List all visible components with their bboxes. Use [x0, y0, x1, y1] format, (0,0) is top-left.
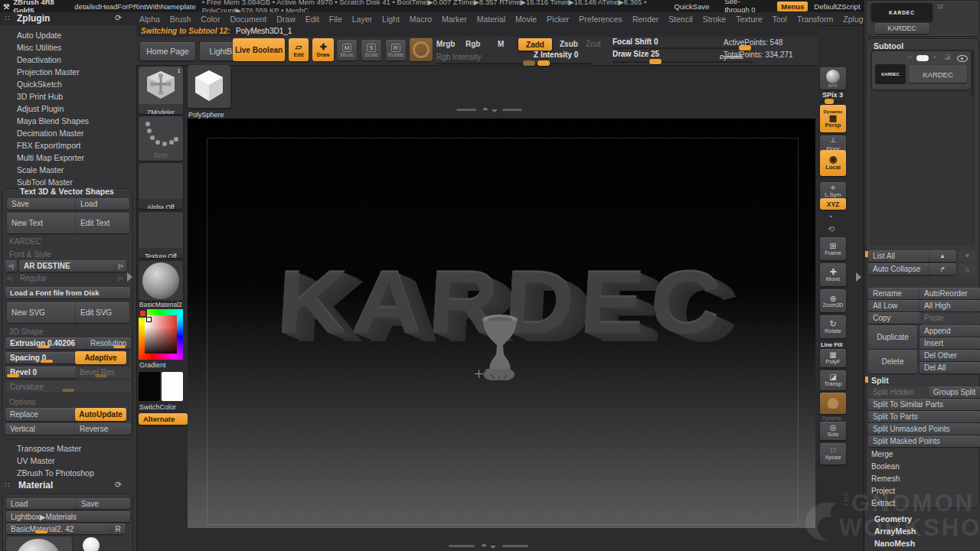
z-intensity-handle[interactable]	[537, 60, 550, 66]
extrusion-slider[interactable]: Extrusion 0.40206	[5, 337, 88, 349]
del-other-button[interactable]: Del Other	[920, 350, 980, 361]
menu-macro[interactable]: Macro	[410, 15, 432, 24]
default-zscript-button[interactable]: DefaultZScript	[814, 2, 860, 11]
menu-layer[interactable]: Layer	[352, 15, 372, 24]
left-tray-arrow[interactable]	[127, 272, 132, 282]
split-masked-button[interactable]: Split Masked Points	[868, 435, 980, 447]
section-extract[interactable]: Extract	[871, 499, 895, 507]
rgb-intensity-track[interactable]	[436, 63, 593, 64]
spix-handle[interactable]	[825, 99, 834, 104]
edit-svg-button[interactable]: Edit SVG	[76, 302, 129, 323]
menus-button[interactable]: Menus	[777, 2, 808, 11]
list-all-button[interactable]: List All	[868, 250, 931, 262]
focal-shift-track[interactable]	[612, 47, 754, 49]
subtool-mask-icon[interactable]: ◪	[944, 53, 951, 60]
menu-preferences[interactable]: Preferences	[579, 15, 622, 24]
menu-marker[interactable]: Marker	[442, 15, 467, 24]
menu-stroke[interactable]: Stroke	[703, 15, 726, 24]
collapse-arrow-button[interactable]: ↱	[929, 263, 956, 275]
sym-cycle-icon[interactable]: ⟲	[828, 224, 835, 234]
plugin-item-zbrush-to-photoshop[interactable]: ZBrush To Photoshop	[0, 467, 136, 479]
material-r-button[interactable]: R	[110, 523, 126, 534]
all-low-button[interactable]: All Low	[868, 300, 922, 311]
plugin-item-uv-master[interactable]: UV Master	[0, 455, 136, 467]
reverse-button[interactable]: Reverse	[75, 423, 131, 435]
menu-render[interactable]: Render	[632, 15, 658, 24]
zadd-button[interactable]: Zadd	[518, 37, 553, 51]
menu-file[interactable]: File	[329, 15, 342, 24]
lightbox-materials-button[interactable]: Lightbox▶Materials	[6, 511, 130, 522]
plugin-item-fbx-exportimport[interactable]: FBX ExportImport	[0, 139, 136, 152]
plugin-item-adjust-plugin[interactable]: Adjust Plugin	[0, 103, 136, 115]
subtool-halftone-icon[interactable]: ◐	[933, 53, 937, 60]
menu-brush[interactable]: Brush	[170, 15, 191, 24]
edit-button[interactable]: ▱Edit	[289, 38, 309, 61]
home-page-button[interactable]: Home Page	[140, 42, 195, 60]
texture-off-tile[interactable]: Texture Off	[139, 212, 183, 258]
bpr-render-button[interactable]: BPR	[820, 67, 846, 90]
current-tool-thumbnail[interactable]: KARDEC	[871, 3, 933, 21]
plugin-item-3d-print-hub[interactable]: 3D Print Hub	[0, 90, 136, 103]
subtool-item-name[interactable]: KARDEC	[909, 66, 967, 83]
resolution-slider[interactable]: Resolution	[86, 337, 131, 349]
section-boolean[interactable]: Boolean	[871, 462, 900, 471]
zmodeler-brush-tile[interactable]: 1 ZModeler	[139, 67, 183, 114]
menu-light[interactable]: Light	[382, 15, 400, 24]
zoom3d-button[interactable]: ⊕ Zoom3D	[820, 289, 846, 312]
style-prev-button[interactable]: <|	[7, 275, 12, 282]
color-picker[interactable]	[139, 309, 183, 360]
scale-button[interactable]: SScale	[361, 40, 381, 60]
draw-size-handle[interactable]	[649, 59, 662, 64]
section-nanomesh[interactable]: NanoMesh	[874, 539, 915, 548]
menu-tool[interactable]: Tool	[773, 15, 787, 24]
mrgb-button[interactable]: Mrgb	[436, 40, 455, 48]
focal-shift-label[interactable]: Focal Shift 0	[612, 37, 658, 46]
bevel-slider[interactable]: Bevel 0	[5, 367, 77, 378]
move3d-button[interactable]: ✚ Move	[820, 263, 846, 286]
menu-transform[interactable]: Transform	[797, 15, 833, 24]
section-project[interactable]: Project	[871, 487, 895, 495]
color-ring-button[interactable]	[410, 38, 433, 61]
ghost-button[interactable]	[820, 393, 846, 414]
section-geometry[interactable]: Geometry	[874, 514, 912, 523]
plugin-item-projection-master[interactable]: Projection Master	[0, 66, 136, 78]
transp-button[interactable]: ◪ Transp	[820, 370, 846, 390]
style-next-button[interactable]: |>	[118, 275, 123, 282]
plugin-item-auto-update[interactable]: Auto Update	[0, 29, 136, 41]
draw-button[interactable]: ✚Draw	[312, 38, 334, 61]
del-all-button[interactable]: Del All	[920, 362, 980, 373]
xpose-button[interactable]: ∷ Xpose	[820, 443, 846, 465]
switch-color-swatch-alt[interactable]	[162, 372, 183, 401]
draw-size-track[interactable]	[612, 61, 754, 63]
canvas-top-handle[interactable]	[456, 107, 525, 112]
edit-text-button[interactable]: Edit Text	[76, 213, 129, 233]
draw-size-label[interactable]: Draw Size 25	[612, 50, 659, 58]
text3d-save-button[interactable]: Save	[7, 198, 77, 210]
z-intensity-label[interactable]: Z Intensity 0	[534, 51, 578, 59]
plugin-item-quicksketch[interactable]: QuickSketch	[0, 78, 136, 90]
plugin-item-decimation-master[interactable]: Decimation Master	[0, 127, 136, 139]
split-header[interactable]: Split	[871, 376, 889, 385]
local-button[interactable]: ◉ Local	[820, 150, 846, 176]
current-tool-name-button[interactable]: KARDEC	[874, 23, 929, 34]
append-button[interactable]: Append	[920, 325, 980, 337]
zplugin-palette-title[interactable]: Zplugin	[17, 13, 50, 24]
live-boolean-button[interactable]: Live Boolean	[233, 38, 285, 61]
canvas-bottom-handle[interactable]	[449, 543, 533, 549]
section-remesh[interactable]: Remesh	[871, 474, 900, 483]
subtool-item-thumbnail[interactable]: KARDEC	[875, 64, 906, 84]
load-font-button[interactable]: Load a Font file from Disk	[5, 287, 130, 298]
rename-button[interactable]: Rename	[868, 288, 922, 299]
font-style-field[interactable]: Regular	[20, 274, 47, 282]
solo-button[interactable]: ◎ Solo	[820, 422, 846, 440]
rgb-intensity-handle[interactable]	[523, 60, 535, 66]
alpha-off-tile[interactable]: Alpha Off	[139, 163, 183, 209]
duplicate-button[interactable]: Duplicate	[868, 325, 917, 349]
subtool-visibility-pill[interactable]	[916, 55, 929, 61]
menu-movie[interactable]: Movie	[515, 15, 537, 24]
auto-reorder-button[interactable]: AutoReorder	[920, 288, 980, 299]
quicksave-button[interactable]: QuickSave	[675, 2, 710, 11]
material-preview-small[interactable]	[83, 537, 100, 551]
delete-button[interactable]: Delete	[868, 350, 917, 373]
spix-label[interactable]: SPix 3	[822, 91, 843, 99]
